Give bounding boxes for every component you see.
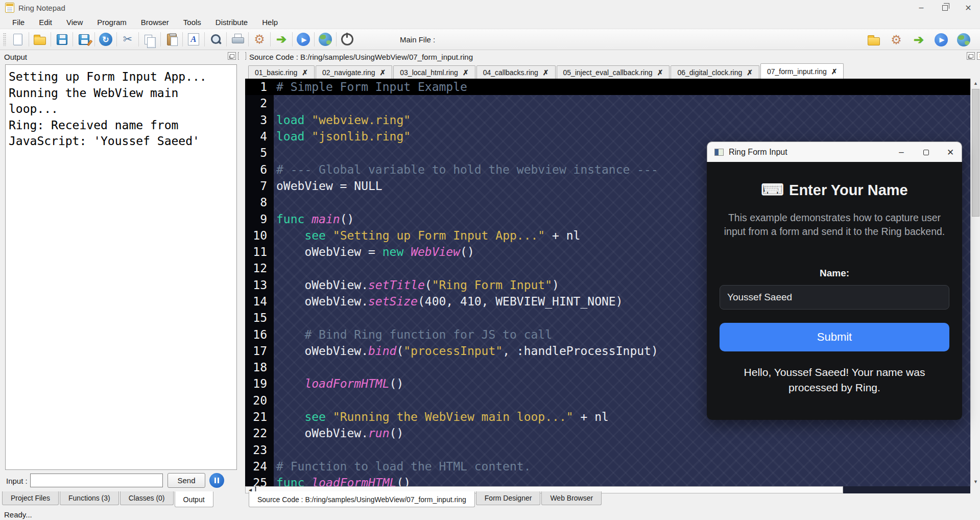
code-line: 23 (245, 442, 970, 458)
tab-close-icon[interactable]: ✗ (657, 68, 663, 77)
send-button[interactable]: Send (168, 473, 205, 488)
maximize-icon[interactable] (933, 0, 957, 15)
menu-item-edit[interactable]: Edit (33, 16, 58, 28)
tab-close-icon[interactable]: ✗ (302, 68, 308, 77)
editor-tab[interactable]: 02_navigate.ring✗ (316, 65, 392, 79)
scroll-up-arrow-icon[interactable]: ▲ (971, 79, 980, 88)
form-window-body: ⌨Enter Your Name This example demonstrat… (707, 162, 962, 420)
menu-item-help[interactable]: Help (256, 16, 284, 28)
editor-bottom-tab[interactable]: Form Designer (476, 491, 541, 505)
tab-functions-3-[interactable]: Functions (3) (60, 491, 119, 505)
line-number: 19 (245, 377, 274, 390)
code-text: oWebView.run() (274, 427, 403, 440)
run-button[interactable]: ▶ (294, 31, 313, 48)
run-main-button[interactable]: ▶ (931, 31, 951, 49)
menu-item-view[interactable]: View (60, 16, 89, 28)
line-number: 22 (245, 427, 274, 440)
menu-item-file[interactable]: File (6, 16, 31, 28)
editor-bottom-tab[interactable]: Source Code : B:/ring/samples/UsingWebVi… (249, 491, 475, 507)
menu-item-distribute[interactable]: Distribute (209, 16, 254, 28)
toolbar-separator (182, 32, 183, 46)
save-button[interactable] (52, 31, 71, 48)
line-number: 10 (245, 229, 274, 242)
line-number: 15 (245, 311, 274, 324)
submit-button[interactable]: Submit (720, 323, 949, 351)
toolbar-separator (336, 32, 337, 46)
menu-item-program[interactable]: Program (91, 16, 133, 28)
panel-splitter[interactable] (239, 50, 245, 509)
play-icon: ▶ (935, 33, 948, 46)
editor-bottom-tab[interactable]: Web Browser (541, 491, 602, 505)
tab-close-icon[interactable]: ✗ (543, 68, 549, 77)
open-file-button[interactable] (30, 31, 50, 48)
toolbar-separator (314, 32, 315, 46)
settings-button[interactable]: ⚙ (250, 31, 269, 48)
console-input-row: Input : Send (0, 472, 239, 489)
goto-main-button[interactable]: ➔ (909, 31, 928, 49)
toolbar-separator (248, 32, 249, 46)
tab-output[interactable]: Output (175, 491, 213, 507)
close-icon[interactable]: ✕ (957, 0, 980, 15)
line-number: 18 (245, 361, 274, 374)
new-file-button[interactable] (8, 31, 28, 48)
exit-button[interactable] (338, 31, 357, 48)
console-line: Running the WebView main (9, 85, 235, 102)
editor-tab[interactable]: 01_basic.ring✗ (248, 65, 315, 79)
output-console[interactable]: Setting up Form Input App...Running the … (5, 64, 237, 470)
paste-button[interactable] (162, 31, 181, 48)
save-as-button[interactable] (74, 31, 93, 48)
editor-tab[interactable]: 03_local_html.ring✗ (393, 65, 475, 79)
editor-vertical-scrollbar[interactable]: ▲ ▼ (970, 79, 980, 486)
pause-button[interactable] (209, 473, 224, 488)
minimize-icon[interactable]: – (895, 146, 907, 158)
form-window-icon (714, 149, 724, 156)
float-panel-icon[interactable] (967, 52, 975, 60)
line-number: 14 (245, 295, 274, 308)
line-number: 21 (245, 410, 274, 423)
form-heading-text: Enter Your Name (789, 182, 908, 198)
scroll-down-arrow-icon[interactable]: ▼ (971, 477, 980, 486)
title-bar: Ring Notepad – ✕ (0, 0, 980, 15)
tab-classes-0-[interactable]: Classes (0) (120, 491, 174, 505)
close-icon[interactable]: ✕ (944, 146, 957, 158)
console-input[interactable] (30, 474, 163, 487)
line-number: 20 (245, 394, 274, 407)
print-button[interactable] (228, 31, 247, 48)
open-project-button[interactable] (864, 31, 883, 49)
form-window-controls: – ✕ (895, 142, 957, 162)
editor-tab[interactable]: 06_digital_clock.ring✗ (671, 65, 759, 79)
editor-tab[interactable]: 04_callbacks.ring✗ (476, 65, 556, 79)
toolbar-right-group: ⚙ ➔ ▶ (864, 29, 973, 50)
tab-close-icon[interactable]: ✗ (380, 68, 386, 77)
form-result-text: Hello, Youssef Saeed! Your name was proc… (722, 365, 947, 395)
refresh-button[interactable]: ↻ (96, 31, 115, 48)
name-field[interactable] (720, 285, 949, 310)
float-panel-icon[interactable] (228, 52, 236, 60)
run-main-browser-button[interactable] (954, 31, 973, 49)
project-settings-button[interactable]: ⚙ (887, 31, 906, 49)
maximize-icon[interactable] (920, 146, 932, 158)
line-number: 25 (245, 476, 274, 486)
menu-item-browser[interactable]: Browser (135, 16, 175, 28)
vertical-scroll-thumb[interactable] (972, 89, 979, 217)
line-number: 13 (245, 278, 274, 292)
close-panel-icon[interactable]: ✕ (977, 52, 980, 60)
font-button[interactable]: A (184, 31, 203, 48)
refresh-icon: ↻ (99, 33, 112, 46)
cut-button[interactable]: ✂ (118, 31, 137, 48)
editor-tab[interactable]: 05_inject_eval_callback.ring✗ (557, 65, 670, 79)
run-browser-button[interactable] (316, 31, 335, 48)
menu-item-tools[interactable]: Tools (177, 16, 207, 28)
window-title: Ring Notepad (18, 4, 65, 12)
form-window-titlebar[interactable]: Ring Form Input – ✕ (707, 141, 962, 162)
tab-close-icon[interactable]: ✗ (831, 67, 838, 76)
copy-button[interactable] (140, 31, 159, 48)
tab-close-icon[interactable]: ✗ (463, 68, 469, 77)
gear-icon: ⚙ (891, 34, 902, 46)
tab-close-icon[interactable]: ✗ (747, 68, 753, 77)
tab-project-files[interactable]: Project Files (2, 491, 59, 505)
minimize-icon[interactable]: – (910, 0, 933, 15)
goto-button[interactable]: ➔ (272, 31, 291, 48)
find-button[interactable] (206, 31, 225, 48)
editor-tab[interactable]: 07_form_input.ring✗ (760, 63, 844, 79)
